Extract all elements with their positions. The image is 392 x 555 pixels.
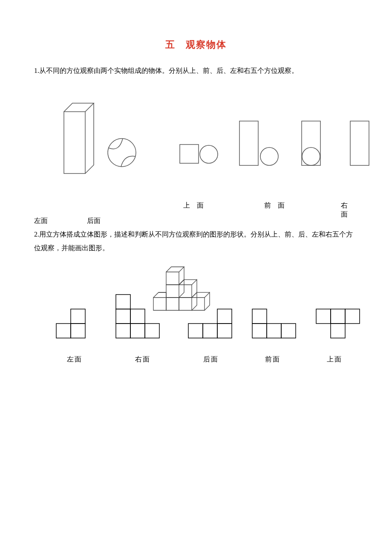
svg-rect-20: [217, 324, 232, 338]
label-top: 上 面: [183, 201, 206, 210]
svg-rect-25: [316, 309, 331, 324]
figure-row-1: [34, 95, 358, 201]
back-view-shape-icon: [187, 308, 234, 340]
svg-rect-12: [116, 309, 130, 324]
page-title: 五 观察物体: [34, 38, 358, 51]
svg-rect-18: [188, 324, 203, 338]
svg-rect-28: [331, 324, 345, 338]
row2-labels: 左面 右面 后面 前面 上面: [34, 355, 358, 364]
label2-front: 前面: [254, 355, 292, 364]
top-view-icon: [179, 144, 219, 165]
side-rect-icon: [349, 120, 371, 167]
svg-rect-24: [281, 324, 296, 338]
svg-rect-27: [345, 309, 360, 324]
svg-point-0: [108, 139, 136, 167]
top-view-shape-icon: [315, 308, 362, 340]
right-view-shape-icon: [115, 294, 162, 341]
front-view-shape-icon: [251, 308, 298, 340]
svg-rect-10: [56, 324, 71, 338]
front-view-icon: [239, 120, 281, 167]
svg-rect-3: [239, 121, 258, 165]
label-left: 左面: [34, 214, 85, 228]
svg-rect-19: [203, 324, 217, 338]
prism-3d-icon: [60, 99, 98, 176]
label2-top: 上面: [315, 355, 354, 364]
svg-rect-7: [350, 121, 369, 165]
question-2: 2.用立方体搭成立体图形，描述和判断从不同方位观察到的图形的形状。分别从上、前、…: [34, 228, 358, 255]
svg-rect-14: [116, 324, 130, 338]
row1-upper-labels: 上 面 前 面 右 面: [34, 201, 358, 214]
figure-row-2: [34, 261, 358, 355]
svg-rect-22: [252, 324, 267, 338]
svg-rect-11: [116, 295, 130, 309]
svg-rect-13: [130, 309, 145, 324]
svg-rect-26: [331, 309, 345, 324]
svg-point-4: [260, 147, 278, 165]
svg-rect-9: [71, 324, 85, 338]
label-right: 右 面: [341, 201, 358, 219]
svg-rect-5: [302, 121, 320, 165]
svg-rect-15: [130, 324, 145, 338]
svg-rect-23: [267, 324, 281, 338]
label2-back: 后面: [192, 355, 230, 364]
svg-rect-16: [145, 324, 159, 338]
svg-rect-8: [71, 309, 85, 324]
svg-point-2: [200, 145, 218, 163]
svg-rect-1: [180, 145, 199, 163]
label2-left: 左面: [55, 355, 94, 364]
ball-icon: [107, 137, 137, 168]
svg-rect-21: [252, 309, 267, 324]
label2-right: 右面: [124, 355, 162, 364]
row1-lower-labels: 左面 后面: [34, 214, 358, 228]
left-view-shape-icon: [55, 308, 87, 340]
svg-rect-17: [217, 309, 232, 324]
question-1: 1.从不同的方位观察由两个实物组成的物体。分别从上、前、后、左和右五个方位观察。: [34, 64, 358, 78]
right-view-icon: [298, 120, 324, 167]
label-front: 前 面: [264, 201, 287, 210]
svg-point-6: [302, 147, 320, 165]
label-back: 后面: [87, 217, 101, 224]
